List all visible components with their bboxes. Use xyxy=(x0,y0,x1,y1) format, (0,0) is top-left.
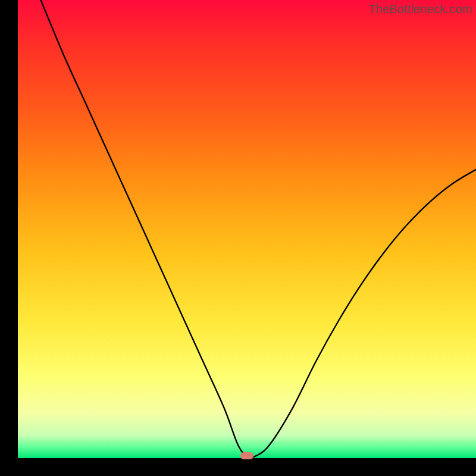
watermark-text: TheBottleneck.com xyxy=(368,2,472,16)
chart-stage: TheBottleneck.com xyxy=(0,0,476,476)
curve-svg xyxy=(18,0,476,458)
bottleneck-curve xyxy=(41,0,477,458)
optimal-point-marker xyxy=(240,452,253,459)
plot-area xyxy=(18,0,476,458)
